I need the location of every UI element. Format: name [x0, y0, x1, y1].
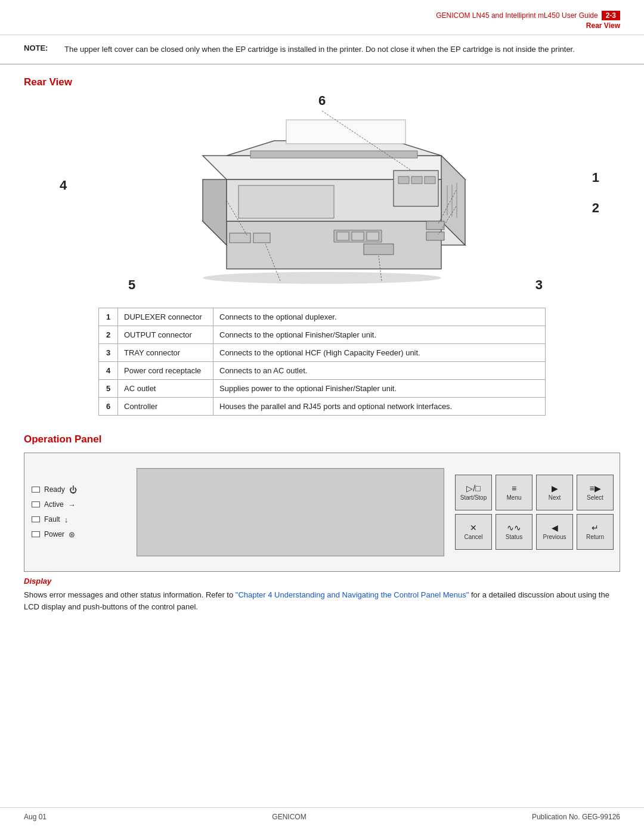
- power-icon: ⊛: [69, 530, 75, 539]
- note-text: The upper left cover can be closed only …: [64, 44, 575, 55]
- status-icon: ∿∿: [507, 523, 521, 532]
- row-num: 2: [99, 326, 118, 343]
- start-stop-button[interactable]: ▷/□ Start/Stop: [455, 475, 492, 510]
- power-label: Power: [44, 530, 64, 538]
- menu-button[interactable]: ≡ Menu: [496, 475, 532, 510]
- callout-3: 3: [535, 277, 543, 293]
- row-num: 5: [99, 379, 118, 397]
- callout-1: 1: [592, 170, 599, 185]
- fault-indicator: Fault ↓: [32, 515, 125, 524]
- active-label: Active: [44, 500, 64, 509]
- next-label: Next: [549, 494, 561, 501]
- control-panel-diagram: Ready ⏻ Active → Fault ↓ Power ⊛: [24, 453, 620, 572]
- status-button[interactable]: ∿∿ Status: [496, 514, 532, 550]
- part-name: Power cord receptacle: [118, 361, 213, 379]
- lcd-display: [137, 468, 444, 556]
- power-led: [32, 531, 40, 537]
- svg-rect-18: [426, 221, 444, 230]
- svg-rect-17: [425, 176, 435, 184]
- svg-rect-19: [426, 232, 444, 240]
- svg-point-0: [203, 272, 441, 284]
- part-name: AC outlet: [118, 379, 213, 397]
- menu-icon: ≡: [512, 484, 516, 493]
- display-description: Shows error messages and other status in…: [24, 589, 620, 614]
- previous-icon: ◀: [552, 523, 558, 532]
- previous-label: Previous: [543, 534, 566, 540]
- printer-illustration: [155, 102, 489, 287]
- part-name: OUTPUT connector: [118, 326, 213, 343]
- svg-rect-20: [364, 244, 394, 255]
- footer-date: Aug 01: [24, 813, 47, 821]
- svg-rect-24: [337, 232, 349, 240]
- previous-button[interactable]: ◀ Previous: [536, 514, 573, 550]
- table-row: 2 OUTPUT connector Connects to the optio…: [99, 326, 546, 343]
- start-stop-label: Start/Stop: [460, 494, 487, 501]
- svg-rect-16: [411, 176, 422, 184]
- cancel-button[interactable]: ✕ Cancel: [455, 514, 492, 550]
- section-label: Rear View: [586, 21, 620, 30]
- cancel-label: Cancel: [464, 534, 482, 540]
- active-led: [32, 501, 40, 507]
- row-num: 4: [99, 361, 118, 379]
- select-icon: ≡▶: [589, 484, 600, 493]
- callout-2: 2: [592, 200, 599, 216]
- guide-title: GENICOM LN45 and Intelliprint mL450 User…: [436, 11, 597, 20]
- main-content: Rear View 6 4 1 2 5 3: [0, 64, 644, 626]
- svg-rect-26: [367, 232, 379, 240]
- svg-rect-15: [398, 176, 409, 184]
- return-label: Return: [586, 534, 604, 540]
- start-stop-icon: ▷/□: [466, 484, 480, 493]
- ready-led: [32, 487, 40, 493]
- display-desc-text1: Shows error messages and other status in…: [24, 590, 236, 599]
- active-indicator: Active →: [32, 500, 125, 509]
- row-num: 1: [99, 308, 118, 326]
- bottom-button-row: ✕ Cancel ∿∿ Status ◀ Previous ↵ Return: [455, 514, 614, 550]
- ready-icon: ⏻: [69, 485, 77, 494]
- table-row: 1 DUPLEXER connector Connects to the opt…: [99, 308, 546, 326]
- select-button[interactable]: ≡▶ Select: [577, 475, 614, 510]
- part-desc: Supplies power to the optional Finisher/…: [213, 379, 546, 397]
- page-header: GENICOM LN45 and Intelliprint mL450 User…: [0, 0, 644, 35]
- svg-rect-21: [230, 233, 250, 243]
- ready-label: Ready: [44, 485, 65, 494]
- svg-marker-3: [203, 179, 227, 245]
- page-footer: Aug 01 GENICOM Publication No. GEG-99126: [0, 807, 644, 821]
- power-indicator: Power ⊛: [32, 530, 125, 539]
- next-icon: ▶: [552, 484, 558, 493]
- callout-5: 5: [128, 277, 135, 293]
- table-row: 3 TRAY connector Connects to the optiona…: [99, 343, 546, 361]
- part-desc: Houses the parallel and RJ45 ports and o…: [213, 397, 546, 415]
- ready-indicator: Ready ⏻: [32, 485, 125, 494]
- fault-label: Fault: [44, 515, 60, 524]
- callout-4: 4: [60, 178, 67, 193]
- indicator-section: Ready ⏻ Active → Fault ↓ Power ⊛: [24, 453, 132, 571]
- svg-rect-12: [250, 151, 417, 158]
- header-title-group: GENICOM LN45 and Intelliprint mL450 User…: [436, 11, 620, 20]
- part-name: TRAY connector: [118, 343, 213, 361]
- part-name: DUPLEXER connector: [118, 308, 213, 326]
- footer-center: GENICOM: [272, 813, 306, 821]
- status-label: Status: [506, 534, 522, 540]
- select-label: Select: [587, 494, 603, 501]
- footer-publication: Publication No. GEG-99126: [532, 813, 620, 821]
- table-row: 4 Power cord receptacle Connects to an A…: [99, 361, 546, 379]
- top-button-row: ▷/□ Start/Stop ≡ Menu ▶ Next ≡▶ Select: [455, 475, 614, 510]
- svg-rect-25: [352, 232, 364, 240]
- fault-icon: ↓: [64, 515, 69, 524]
- button-section: ▷/□ Start/Stop ≡ Menu ▶ Next ≡▶ Select: [449, 453, 620, 571]
- table-row: 5 AC outlet Supplies power to the option…: [99, 379, 546, 397]
- return-icon: ↵: [592, 523, 599, 532]
- operation-panel-heading: Operation Panel: [24, 433, 620, 445]
- return-button[interactable]: ↵ Return: [577, 514, 614, 550]
- next-button[interactable]: ▶ Next: [536, 475, 573, 510]
- svg-rect-22: [253, 233, 270, 243]
- active-icon: →: [68, 500, 76, 509]
- fault-led: [32, 516, 40, 522]
- note-box: NOTE: The upper left cover can be closed…: [0, 35, 644, 64]
- row-num: 3: [99, 343, 118, 361]
- chapter4-link[interactable]: "Chapter 4 Understanding and Navigating …: [236, 590, 469, 599]
- svg-rect-10: [239, 185, 334, 218]
- printer-diagram: 6 4 1 2 5 3: [24, 93, 620, 296]
- part-name: Controller: [118, 397, 213, 415]
- svg-rect-2: [227, 221, 441, 269]
